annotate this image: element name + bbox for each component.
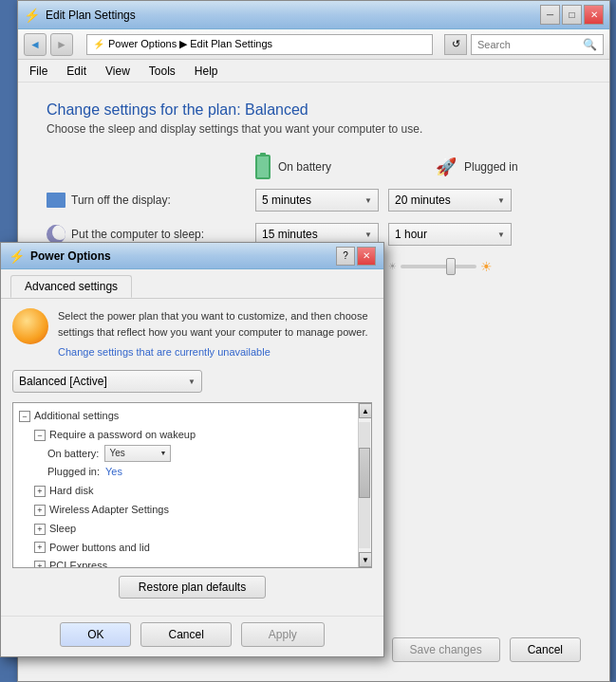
- hard-disk-expand[interactable]: +: [34, 486, 46, 497]
- display-battery-dropdown[interactable]: 5 minutes ▼: [255, 189, 379, 212]
- save-changes-button[interactable]: Save changes: [392, 637, 500, 662]
- power-buttons-expand[interactable]: +: [34, 542, 46, 553]
- restore-defaults-button[interactable]: Restore plan defaults: [119, 576, 266, 599]
- menu-view[interactable]: View: [102, 63, 134, 80]
- dialog-help-button[interactable]: ?: [336, 247, 355, 266]
- pci-label: PCI Express: [49, 557, 107, 567]
- change-settings-link[interactable]: Change settings that are currently unava…: [58, 346, 271, 358]
- page-subtitle: Choose the sleep and display settings th…: [47, 122, 581, 136]
- power-options-icon: [12, 308, 48, 344]
- monitor-icon: [47, 193, 65, 208]
- power-buttons-label: Power buttons and lid: [49, 539, 150, 558]
- refresh-button[interactable]: ↺: [444, 34, 467, 55]
- wireless-expand[interactable]: +: [34, 505, 46, 516]
- sleep-plugged-dropdown[interactable]: 1 hour ▼: [388, 223, 512, 246]
- display-label: Turn off the display:: [47, 193, 255, 208]
- display-plugged-value: 20 minutes: [395, 194, 497, 207]
- tree-item-power-buttons: + Power buttons and lid: [19, 539, 365, 558]
- on-battery-dropdown[interactable]: Yes ▼: [104, 445, 171, 462]
- search-input[interactable]: [477, 39, 583, 50]
- on-battery-row: On battery: Yes ▼: [47, 445, 365, 464]
- menu-bar: File Edit View Tools Help: [18, 60, 609, 83]
- additional-settings-header: − Additional settings: [19, 407, 365, 426]
- on-battery-value: Yes: [109, 445, 159, 462]
- tree-item-wireless: + Wireless Adapter Settings: [19, 501, 365, 520]
- scrollbar-up-button[interactable]: ▲: [359, 403, 372, 418]
- page-title: Change settings for the plan: Balanced: [47, 101, 581, 119]
- back-button[interactable]: ◄: [24, 33, 47, 56]
- search-icon: 🔍: [583, 38, 597, 51]
- wireless-label: Wireless Adapter Settings: [49, 501, 169, 520]
- apply-button[interactable]: Apply: [241, 622, 325, 647]
- tree-scrollbar[interactable]: ▲ ▼: [358, 403, 371, 567]
- password-expand[interactable]: −: [34, 430, 46, 441]
- tree-item-pci: + PCI Express: [19, 557, 365, 567]
- on-battery-label: On battery:: [47, 445, 99, 464]
- dropdown-arrow: ▼: [364, 196, 372, 205]
- plug-icon: 🚀: [436, 157, 457, 177]
- dropdown-arrow: ▼: [364, 230, 372, 239]
- plugged-in-label: Plugged in:: [47, 463, 100, 482]
- sleep-plugged-value: 1 hour: [395, 228, 497, 241]
- forward-button[interactable]: ►: [50, 33, 73, 56]
- brightness-plugged-slider-thumb[interactable]: [446, 258, 456, 275]
- password-label: Require a password on wakeup: [49, 426, 196, 445]
- advanced-settings-tab[interactable]: Advanced settings: [10, 275, 132, 298]
- sleep-header: + Sleep: [34, 520, 365, 539]
- battery-column-header: On battery: [255, 155, 379, 179]
- settings-tree: − Additional settings − Require a passwo…: [12, 402, 372, 568]
- scrollbar-thumb[interactable]: [359, 448, 370, 498]
- dialog-icon: ⚡: [9, 249, 25, 264]
- scrollbar-down-button[interactable]: ▼: [359, 552, 372, 567]
- password-wakeup-header: − Require a password on wakeup: [34, 426, 365, 445]
- sleep-expand[interactable]: +: [34, 524, 46, 535]
- tree-item-additional: − Additional settings: [19, 407, 365, 426]
- additional-expand[interactable]: −: [19, 411, 30, 422]
- description-paragraph: Select the power plan that you want to c…: [58, 308, 372, 340]
- scrollbar-track: [359, 422, 370, 548]
- sleep-label: Put the computer to sleep:: [47, 225, 255, 244]
- ok-button[interactable]: OK: [60, 622, 131, 647]
- close-button[interactable]: ✕: [584, 5, 604, 25]
- plan-dropdown-arrow: ▼: [188, 378, 196, 386]
- sun-dim-icon: ☀: [388, 261, 397, 271]
- dialog-title: Power Options: [30, 249, 336, 263]
- window-icon: ⚡: [24, 8, 40, 23]
- pci-expand[interactable]: +: [34, 561, 46, 567]
- minimize-button[interactable]: ─: [540, 5, 560, 25]
- dialog-close-button[interactable]: ✕: [357, 247, 376, 266]
- dropdown-arrow: ▼: [497, 196, 505, 205]
- menu-help[interactable]: Help: [191, 63, 222, 80]
- dialog-cancel-button[interactable]: Cancel: [140, 622, 231, 647]
- tab-bar: Advanced settings: [1, 269, 383, 299]
- titlebar-controls: ─ □ ✕: [540, 5, 604, 25]
- battery-icon: [255, 155, 271, 179]
- plan-dropdown[interactable]: Balanced [Active] ▼: [12, 370, 202, 393]
- dialog-footer: OK Cancel Apply: [1, 616, 383, 656]
- sleep-battery-value: 15 minutes: [262, 228, 364, 241]
- nav-bar: ◄ ► ⚡ Power Options ▶ Edit Plan Settings…: [18, 29, 609, 60]
- dialog-description: Select the power plan that you want to c…: [12, 308, 372, 359]
- power-buttons-header: + Power buttons and lid: [34, 539, 365, 558]
- brightness-plugged-slider-track[interactable]: [401, 265, 476, 268]
- tree-item-sleep: + Sleep: [19, 520, 365, 539]
- brightness-plugged-slider: ☀ ☀: [388, 259, 512, 274]
- cancel-button[interactable]: Cancel: [510, 637, 581, 662]
- maximize-button[interactable]: □: [562, 5, 582, 25]
- address-text: Power Options ▶ Edit Plan Settings: [108, 38, 272, 50]
- moon-icon: [47, 225, 65, 244]
- display-setting-row: Turn off the display: 5 minutes ▼ 20 min…: [47, 189, 581, 212]
- menu-file[interactable]: File: [26, 63, 51, 80]
- sun-bright-icon: ☀: [480, 259, 493, 274]
- address-bar[interactable]: ⚡ Power Options ▶ Edit Plan Settings: [86, 34, 433, 55]
- plugged-in-link[interactable]: Yes: [105, 463, 122, 482]
- display-plugged-dropdown[interactable]: 20 minutes ▼: [388, 189, 512, 212]
- tree-item-on-battery: On battery: Yes ▼: [19, 445, 365, 464]
- menu-tools[interactable]: Tools: [145, 63, 179, 80]
- bg-titlebar: ⚡ Edit Plan Settings ─ □ ✕: [18, 1, 609, 29]
- menu-edit[interactable]: Edit: [63, 63, 90, 80]
- dialog-body: Select the power plan that you want to c…: [1, 299, 383, 616]
- search-box: 🔍: [471, 34, 604, 55]
- hard-disk-header: + Hard disk: [34, 482, 365, 501]
- plan-value: Balanced [Active]: [19, 375, 188, 388]
